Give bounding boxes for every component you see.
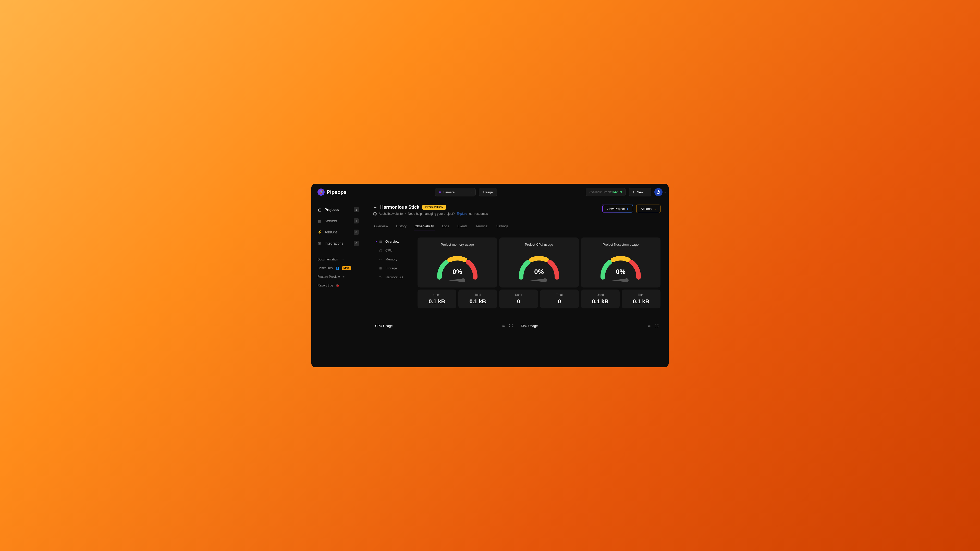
credit-label: Available Credit: <box>590 190 613 194</box>
tab-settings[interactable]: Settings <box>495 222 509 231</box>
usage-title: Disk Usage <box>521 324 538 328</box>
page-header: ← Harmonious Stick PRODUCTION Abshaibu/w… <box>373 205 660 216</box>
gauge-chart <box>514 251 565 281</box>
sidebar-item-servers[interactable]: ▤ Servers 1 <box>314 216 362 226</box>
credit-amount: $42.89 <box>612 190 622 194</box>
workspace-selector[interactable]: Lamara ⌄ <box>435 188 476 197</box>
grid-icon: ▦ <box>379 240 383 243</box>
subnav-storage[interactable]: ⊟ Storage <box>373 264 411 272</box>
gauge-card-cpu: Project CPU usage 0% <box>499 238 579 287</box>
stat-value: 0.1 kB <box>469 298 486 305</box>
view-project-button[interactable]: View Project ▶ <box>602 205 633 213</box>
usage-controls: ≋ ⛶ <box>648 324 659 328</box>
gauge-needle-icon <box>449 278 466 283</box>
repo-name[interactable]: Abshaibu/website <box>379 212 403 216</box>
subnav-label: Storage <box>385 266 397 270</box>
subnav-network[interactable]: ⇅ Network I/O <box>373 273 411 281</box>
actions-button[interactable]: Actions ⌄ <box>636 205 660 213</box>
sidebar-item-addons[interactable]: ⚡ AddOns 0 <box>314 227 362 237</box>
stat-card-total: Total 0.1 kB <box>622 289 660 308</box>
credit-display: Available Credit: $42.89 <box>586 188 626 196</box>
folder-icon: ▢ <box>318 208 321 212</box>
integration-icon: ▣ <box>318 241 321 245</box>
sidebar-item-projects[interactable]: ▢ Projects 1 <box>314 205 362 215</box>
tab-history[interactable]: History <box>395 222 407 231</box>
gauge-needle-icon <box>612 278 630 283</box>
chevron-down-icon: ⌄ <box>654 207 656 210</box>
sidebar-link-community[interactable]: Community 👥 NEW! <box>314 264 362 272</box>
environment-badge: PRODUCTION <box>422 205 446 210</box>
sidebar-link-documentation[interactable]: Documentation ▭ <box>314 256 362 263</box>
actions-label: Actions <box>641 207 652 211</box>
usage-button[interactable]: Usage <box>479 188 497 197</box>
subnav-overview[interactable]: ▦ Overview <box>373 238 411 245</box>
gauge-card-memory: Project memory usage 0% <box>417 238 497 287</box>
tab-logs[interactable]: Logs <box>441 222 450 231</box>
chart-type-icon[interactable]: ≋ <box>502 324 505 328</box>
header: 🚀 Pipeops Lamara ⌄ Usage Available Credi… <box>311 184 669 200</box>
new-label: New <box>637 190 643 194</box>
stat-value: 0 <box>558 298 561 305</box>
sparkle-icon: ✦ <box>342 275 345 279</box>
gauge-needle-icon <box>530 278 548 283</box>
page-actions: View Project ▶ Actions ⌄ <box>602 205 660 213</box>
stat-card-used: Used 0 <box>499 289 538 308</box>
view-project-label: View Project <box>606 207 625 211</box>
brand-name: Pipeops <box>327 189 347 195</box>
svg-point-1 <box>543 278 547 283</box>
plug-icon: ⚡ <box>318 230 321 234</box>
usage-panel-cpu: CPU Usage ≋ ⛶ <box>373 324 515 328</box>
sidebar-item-label: Servers <box>325 219 351 223</box>
tab-overview[interactable]: Overview <box>373 222 389 231</box>
sidebar: ▢ Projects 1 ▤ Servers 1 ⚡ AddOns 0 ▣ In… <box>311 200 365 367</box>
gauge-grid: Project memory usage 0% Project CPU usag… <box>417 238 660 308</box>
help-text-suffix: our resources <box>469 212 488 216</box>
help-text-prefix: Need help managing your project? <box>408 212 455 216</box>
tabs: Overview History Observability Logs Even… <box>373 222 660 231</box>
chart-type-icon[interactable]: ≋ <box>648 324 651 328</box>
svg-point-0 <box>461 278 465 283</box>
subnav-cpu[interactable]: ▢ CPU <box>373 246 411 254</box>
stat-label: Total <box>638 293 644 297</box>
sidebar-link-label: Report Bug <box>318 284 333 287</box>
subnav-label: Overview <box>385 240 399 243</box>
gauge-chart <box>432 251 483 281</box>
subnav-label: CPU <box>385 248 392 252</box>
stat-card-total: Total 0 <box>540 289 579 308</box>
gauge-value: 0% <box>452 268 462 276</box>
network-icon: ⇅ <box>379 275 383 279</box>
tab-events[interactable]: Events <box>456 222 469 231</box>
main: ← Harmonious Stick PRODUCTION Abshaibu/w… <box>365 200 669 367</box>
user-menu[interactable]: ⏻ ⌄ <box>654 188 662 196</box>
github-icon <box>373 212 377 216</box>
logo[interactable]: 🚀 Pipeops <box>318 189 347 196</box>
gauge-title: Project CPU usage <box>525 243 553 246</box>
sidebar-item-badge: 0 <box>354 230 359 235</box>
tab-observability[interactable]: Observability <box>414 222 435 231</box>
subnav-label: Network I/O <box>385 275 403 279</box>
sidebar-item-badge: 0 <box>354 241 359 246</box>
sidebar-item-badge: 1 <box>354 218 359 224</box>
body: ▢ Projects 1 ▤ Servers 1 ⚡ AddOns 0 ▣ In… <box>311 200 669 367</box>
stat-card-used: Used 0.1 kB <box>581 289 620 308</box>
tab-terminal[interactable]: Terminal <box>475 222 489 231</box>
back-arrow-icon[interactable]: ← <box>373 205 377 210</box>
expand-icon[interactable]: ⛶ <box>655 324 659 328</box>
sidebar-link-report-bug[interactable]: Report Bug 🐞 <box>314 282 362 289</box>
sidebar-link-feature-preview[interactable]: Feature Preview ✦ <box>314 273 362 281</box>
stat-label: Used <box>597 293 604 297</box>
explore-link[interactable]: Explore <box>457 212 467 216</box>
stat-value: 0 <box>517 298 520 305</box>
app-window: 🚀 Pipeops Lamara ⌄ Usage Available Credi… <box>311 184 669 367</box>
sidebar-item-integrations[interactable]: ▣ Integrations 0 <box>314 238 362 248</box>
storage-icon: ⊟ <box>379 267 383 270</box>
usage-title: CPU Usage <box>375 324 393 328</box>
stat-value: 0.1 kB <box>429 298 445 305</box>
sidebar-item-label: Projects <box>325 208 351 212</box>
expand-icon[interactable]: ⛶ <box>509 324 513 328</box>
book-icon: ▭ <box>341 258 344 261</box>
gauge-value: 0% <box>616 268 625 276</box>
usage-controls: ≋ ⛶ <box>502 324 513 328</box>
subnav-memory[interactable]: ▭ Memory <box>373 256 411 263</box>
new-button[interactable]: + New ⌄ <box>629 188 651 197</box>
